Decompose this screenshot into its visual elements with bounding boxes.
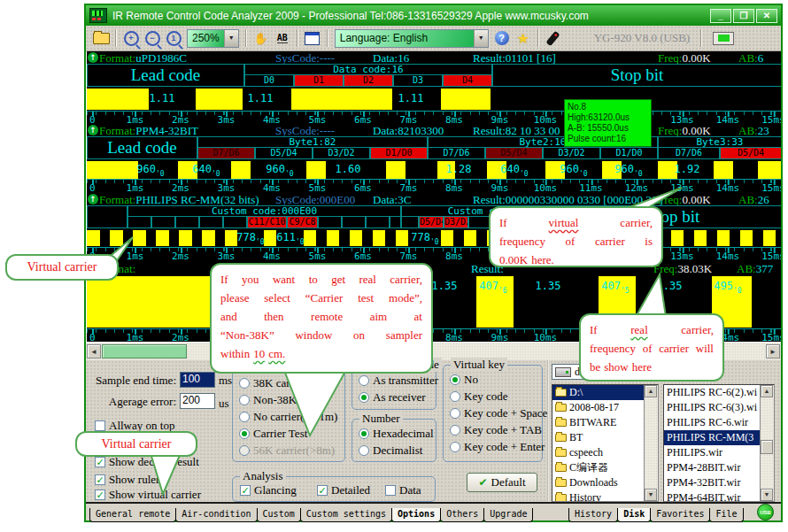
up-arrow-icon[interactable]: ↑ [88, 125, 98, 135]
signal-value-sub: '0 [212, 170, 220, 178]
radio-decimalist[interactable]: Decimalist [359, 442, 436, 459]
bubble-word: window [295, 326, 332, 344]
checkbox-glancing[interactable]: ✓Glancing [240, 482, 297, 498]
radio-as-receiver[interactable]: As receiver [359, 389, 436, 405]
code-box [401, 216, 419, 228]
radio-indicator [450, 374, 460, 385]
tab-general-remote[interactable]: General remote [89, 508, 176, 522]
vertical-scrollbar[interactable]: ▲▼ [644, 385, 658, 501]
window-layout-button[interactable] [302, 28, 323, 48]
zoom-level-select[interactable]: 250% ▼ [187, 29, 239, 48]
scroll-down-arrow[interactable]: ▼ [761, 489, 773, 501]
tab-options[interactable]: Options [391, 508, 441, 522]
scrollbar-thumb[interactable] [761, 440, 773, 454]
code-box: D3/D2 [444, 216, 468, 228]
scroll-up-arrow[interactable]: ▲ [761, 385, 773, 397]
agerage-error-input[interactable]: 200 [180, 393, 215, 409]
open-file-button[interactable] [90, 28, 112, 48]
chevron-down-icon[interactable]: ▼ [474, 30, 488, 47]
folder-item[interactable]: cspeech [552, 445, 658, 460]
checkbox-detailed[interactable]: ✓Detailed [317, 482, 370, 498]
help-button[interactable]: ? [491, 28, 513, 48]
tooltip-line: No.8 [568, 102, 648, 112]
maximize-button[interactable]: ❐ [733, 9, 754, 23]
title-bar[interactable]: IR Remote Control Code Analyzer 2009 - P… [86, 5, 781, 26]
radio-carrier-test[interactable]: Carrier Test [239, 425, 344, 442]
folder-item[interactable]: D:\ [552, 385, 658, 400]
language-select[interactable]: Language: English ▼ [335, 29, 489, 48]
option-label: 56K carrier(>8m) [253, 443, 335, 458]
folder-item[interactable]: BITWARE [552, 415, 658, 430]
radio-key-code[interactable]: Key code [450, 388, 542, 405]
scroll-down-arrow[interactable]: ▼ [645, 489, 657, 501]
scrollbar-thumb[interactable] [102, 344, 187, 359]
zoom-level-value: 250% [188, 30, 224, 47]
measure-ab-button[interactable]: AB [272, 28, 293, 48]
up-arrow-icon[interactable]: ↑ [88, 52, 98, 63]
radio-key-code-tab[interactable]: Key code + TAB [450, 421, 542, 438]
tab-upgrade[interactable]: Upgrade [483, 508, 533, 522]
tab-air-condition[interactable]: Air-condition [175, 508, 257, 522]
zoom-out-button[interactable]: − [142, 28, 163, 48]
tab-custom-settings[interactable]: Custom settings [300, 508, 392, 522]
file-item[interactable]: PPM4-32BIT.wir [664, 475, 774, 490]
code-box: D7/D6 [197, 147, 255, 159]
vertical-scrollbar[interactable]: ▲▼ [760, 385, 774, 501]
zoom-reset-button[interactable]: 1 [163, 28, 184, 48]
signal-bar [763, 230, 776, 246]
folder-item[interactable]: History [552, 490, 658, 502]
signal-bar [441, 230, 453, 246]
file-item[interactable]: PPM4-28BIT.wir [664, 460, 774, 475]
bubble-word: remote [311, 307, 343, 326]
file-item[interactable]: PHILIPS RC-6(2).wi [664, 385, 774, 400]
radio-as-transmitter[interactable]: As transmitter [359, 372, 436, 389]
scroll-left-arrow[interactable]: ◄ [87, 344, 101, 359]
file-item[interactable]: PHILIPS RC-6.wir [664, 415, 774, 430]
tab-others[interactable]: Others [440, 508, 484, 522]
tab-history[interactable]: History [568, 508, 618, 522]
favorites-button[interactable]: ★ [513, 28, 534, 48]
chevron-down-icon[interactable]: ▼ [224, 30, 238, 47]
pan-tool-button[interactable]: ✋ [251, 28, 272, 48]
code-box [468, 216, 491, 228]
tab-custom[interactable]: Custom [257, 508, 301, 522]
axis-label: 3ms [218, 182, 236, 193]
sample-end-time-unit: ms [219, 374, 232, 388]
file-item[interactable]: PHILIPS RC-6(3).wi [664, 400, 774, 415]
field-label: SysCode: [275, 51, 320, 65]
signal-row-3: ↑Format:PHILIPS RC-MM(32 bits)SysCode:00… [87, 193, 781, 262]
folder-item[interactable]: 2008-08-17 [552, 400, 658, 415]
radio-38k-carrier-1m[interactable]: 38K carrier(>1m) [239, 374, 344, 391]
folder-item[interactable]: C编译器 [552, 460, 658, 475]
radio-no-carrier-0-1m[interactable]: No carrier(<0.1m) [239, 408, 344, 425]
folder-item[interactable]: Downloads [552, 475, 658, 490]
minimize-button[interactable]: _ [710, 9, 731, 23]
signal-bar [133, 230, 146, 246]
panel-divider [547, 360, 549, 502]
default-button[interactable]: ✔ Default [467, 473, 537, 492]
file-item[interactable]: PHILIPS RC-MM(3 [664, 430, 774, 445]
radio-non-38k-1m[interactable]: Non-38K (<1m) [239, 391, 344, 408]
checkbox-show-virtual-carrier[interactable]: ✓Show virtual carrier [95, 486, 201, 503]
sample-end-time-input[interactable]: 100 [180, 372, 215, 388]
up-arrow-icon[interactable]: ↑ [88, 194, 98, 204]
file-item[interactable]: PPM4-64BIT.wir [664, 490, 774, 502]
radio-hexadecimal[interactable]: Hexadecimal [359, 425, 436, 442]
tab-file[interactable]: File [709, 508, 743, 522]
zoom-in-button[interactable]: + [120, 28, 142, 48]
tab-favorites[interactable]: Favorites [650, 508, 710, 522]
radio-56k-carrier-8m[interactable]: 56K carrier(>8m) [239, 442, 344, 459]
file-item[interactable]: PHILIPS.wir [664, 445, 774, 460]
radio-key-code-enter[interactable]: Key code + Enter [450, 438, 542, 455]
option-label: Data [399, 483, 421, 497]
scroll-up-arrow[interactable]: ▲ [645, 385, 657, 397]
folder-icon [555, 434, 567, 442]
tab-disk[interactable]: Disk [617, 508, 651, 522]
remote-button[interactable] [543, 28, 564, 48]
scroll-right-arrow[interactable]: ► [766, 344, 780, 359]
checkbox-data[interactable]: Data [385, 482, 421, 498]
radio-no[interactable]: No [450, 371, 542, 388]
close-button[interactable]: ✕ [756, 9, 777, 23]
radio-key-code-space[interactable]: Key code + Space [450, 405, 542, 421]
folder-item[interactable]: BT [552, 430, 658, 445]
